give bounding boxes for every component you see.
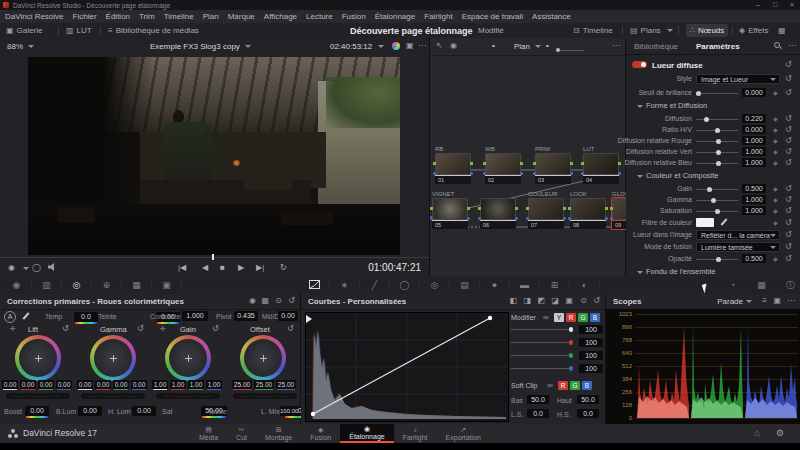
gamma-values[interactable]: 0.000.000.000.00 [77, 380, 147, 389]
y-gain-slider[interactable] [511, 329, 573, 330]
gamma-master-slider[interactable] [81, 393, 145, 399]
menu-trim[interactable]: Trim [139, 12, 155, 21]
softclip-g-button[interactable]: G [570, 381, 580, 390]
setting-value[interactable]: 1.000 [742, 147, 766, 156]
reset-icon[interactable]: ↺ [785, 125, 792, 134]
slider-handle[interactable] [711, 198, 716, 203]
slider-handle[interactable] [707, 187, 712, 192]
slider-track[interactable] [696, 141, 738, 142]
step-forward-button[interactable]: ▶ [238, 263, 244, 272]
node-more-menu[interactable]: ⋯ [612, 42, 620, 50]
scope-mode-select[interactable]: Parade [717, 297, 752, 306]
menu-plan[interactable]: Plan [203, 12, 219, 21]
primary-bars-palette-icon[interactable]: ▥ [32, 280, 62, 290]
step-back-button[interactable]: ◀ [202, 263, 208, 272]
lift-master-slider[interactable] [6, 393, 70, 399]
source-timecode[interactable]: 02:40:53:12 [330, 42, 384, 51]
viewer-mode-icon[interactable]: ◎ [62, 280, 92, 290]
rgb-mixer-palette-icon[interactable]: ▦ [122, 280, 152, 290]
reset-icon[interactable]: ↺ [288, 297, 295, 305]
low-clip-value[interactable]: 50.0 [527, 395, 549, 404]
menu-fusion[interactable]: Fusion [342, 12, 366, 21]
curve-graph[interactable] [305, 312, 509, 422]
reset-icon[interactable]: ↺ [137, 325, 144, 333]
menu-etalonnage[interactable]: Étalonnage [375, 12, 415, 21]
reset-icon[interactable]: ↺ [785, 230, 792, 239]
timeline-toggle-button[interactable]: ⊟ Timeline [573, 23, 613, 38]
reset-icon[interactable]: ↺ [785, 184, 792, 193]
menu-assistance[interactable]: Assistance [532, 12, 571, 21]
edge-handle[interactable] [306, 315, 312, 323]
reset-icon[interactable]: ↺ [785, 88, 792, 97]
hlum-value[interactable]: 0.00 [132, 406, 156, 416]
softclip-b-button[interactable]: B [582, 381, 592, 390]
slider-track[interactable] [696, 189, 738, 190]
slider-handle[interactable] [715, 128, 720, 133]
offset-master-slider[interactable] [233, 393, 297, 399]
offset-values[interactable]: 25.0025.0025.00 [232, 380, 296, 389]
reset-icon[interactable]: ↺ [287, 325, 294, 333]
channel-b-button[interactable]: B [590, 313, 600, 322]
node-lut[interactable]: LUT 04 [583, 146, 619, 184]
menu-affichage[interactable]: Affichage [264, 12, 297, 21]
gallery-button[interactable]: ▣ Galerie [6, 23, 42, 38]
menu-davinci-resolve[interactable]: DaVinci Resolve [5, 12, 64, 21]
blend-mode-dropdown[interactable]: Lumière tamisée [696, 242, 780, 252]
keyframe-icon[interactable]: ◆ [773, 89, 778, 96]
reset-icon[interactable]: ↺ [593, 297, 600, 305]
color-wheel-icon[interactable] [392, 42, 400, 50]
slider-handle[interactable] [704, 117, 709, 122]
g-gain-value[interactable]: 100 [579, 351, 603, 360]
slider-track[interactable] [696, 93, 738, 94]
menu-timeline[interactable]: Timeline [164, 12, 194, 21]
slider-handle[interactable] [715, 209, 720, 214]
zoom-mode-icon[interactable]: ⊙ [275, 297, 282, 305]
temp-value[interactable]: 0.0 [74, 312, 98, 322]
reset-icon[interactable]: ↺ [785, 242, 792, 251]
node-vignet[interactable]: VIGNET 05 [432, 191, 468, 229]
node-view-select[interactable]: Plan [514, 42, 541, 51]
reset-icon[interactable]: ↺ [785, 114, 792, 123]
setting-value[interactable]: 1.000 [742, 195, 766, 204]
gain-master-slider[interactable] [156, 393, 220, 399]
tab-parametres[interactable]: Paramètres [696, 42, 740, 51]
menu-edition[interactable]: Édition [106, 12, 130, 21]
speaker-icon[interactable] [48, 263, 56, 271]
pivot-value[interactable]: 0.435 [234, 311, 258, 321]
keyframes-icon[interactable]: ▦ [747, 280, 776, 290]
channel-g-button[interactable]: G [578, 313, 588, 322]
curve-mode-icon[interactable]: ◨ [523, 297, 531, 305]
keyframe-icon[interactable]: ◆ [773, 159, 778, 166]
slider-track[interactable] [696, 163, 738, 164]
gain-values[interactable]: 1.001.001.001.00 [152, 380, 222, 389]
setting-value[interactable]: 0.220 [742, 114, 766, 123]
slider-handle[interactable] [716, 257, 721, 262]
node-wb[interactable]: WB 02 [485, 146, 521, 184]
softclip-r-button[interactable]: R [558, 381, 568, 390]
channel-r-button[interactable]: R [566, 313, 576, 322]
r-gain-slider[interactable] [511, 342, 573, 343]
link-icon[interactable]: ∞ [543, 314, 549, 322]
slider-handle[interactable] [696, 91, 701, 96]
r-gain-value[interactable]: 100 [579, 338, 603, 347]
stereo-palette-icon[interactable]: ◐ [570, 280, 600, 290]
node-couleur[interactable]: COULEUR 07 [528, 191, 564, 229]
high-soft-value[interactable]: 0.0 [577, 409, 599, 418]
qualifier-palette-icon[interactable]: ╱ [360, 280, 390, 290]
effects-toggle-button[interactable]: ◈ Effets [739, 23, 768, 38]
lmix-value[interactable]: 100.00 [280, 406, 298, 416]
pan-tool-icon[interactable]: ◉ [450, 42, 457, 50]
channel-y-button[interactable]: Y [554, 313, 564, 322]
menu-fichier[interactable]: Fichier [73, 12, 97, 21]
home-icon[interactable]: ⌂ [755, 429, 760, 438]
slider-track[interactable] [696, 259, 738, 260]
curve-mode-icon[interactable]: ◧ [509, 297, 517, 305]
wheels-mode-icon[interactable]: ◉ [249, 297, 256, 305]
reset-icon[interactable]: ↺ [785, 74, 792, 83]
slider-track[interactable] [696, 130, 738, 131]
node-06[interactable]: 06 [480, 191, 516, 229]
boost-value[interactable]: 0.00 [25, 406, 49, 416]
setting-value[interactable]: 0.500 [742, 184, 766, 193]
node-zoom-slider[interactable] [556, 50, 584, 51]
lift-values[interactable]: 0.000.000.000.00 [2, 380, 72, 389]
